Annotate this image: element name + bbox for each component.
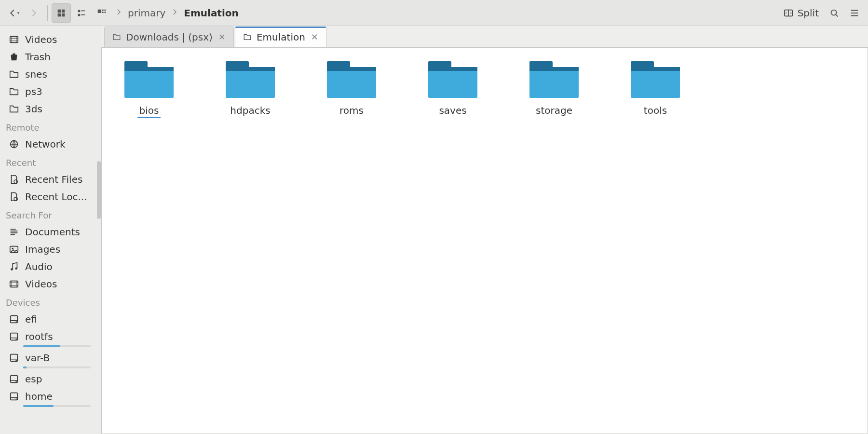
breadcrumb-segment-current[interactable]: Emulation (182, 6, 241, 20)
documents-icon (9, 227, 19, 237)
chevron-left-icon (7, 8, 18, 18)
hdd-icon (9, 374, 19, 384)
folder-icon (224, 56, 277, 100)
folder-name-label: saves (437, 105, 468, 117)
tab-bar: Downloads | (psx) ✕ Emulation ✕ (101, 26, 868, 47)
sidebar-heading-search: Search For (0, 205, 101, 223)
sidebar-scrollbar[interactable] (97, 161, 101, 219)
hamburger-icon (849, 8, 860, 18)
device-usage-bar (23, 405, 91, 407)
grid-view-icon (56, 8, 67, 18)
sidebar-item-label: Images (25, 244, 60, 255)
hdd-icon (9, 391, 19, 402)
folder-name-label: roms (338, 105, 366, 117)
folder-item[interactable]: bios (115, 56, 183, 118)
folder-item[interactable]: saves (419, 56, 487, 118)
sidebar-item-trash[interactable]: Trash (0, 48, 101, 66)
sidebar-item-audio[interactable]: Audio (0, 258, 101, 275)
folder-icon (9, 69, 19, 80)
tab-close-button[interactable]: ✕ (217, 32, 227, 42)
breadcrumb-separator-icon (170, 7, 179, 19)
tab-downloads[interactable]: Downloads | (psx) ✕ (104, 27, 234, 47)
sidebar-item-label: Videos (25, 34, 57, 45)
sidebar-item-label: snes (25, 68, 47, 80)
menu-button[interactable] (845, 3, 864, 23)
tab-label: Downloads | (psx) (126, 31, 213, 43)
search-button[interactable] (825, 3, 844, 23)
device-usage-bar (23, 366, 91, 368)
folder-icon (528, 56, 581, 100)
device-usage-bar (23, 345, 91, 347)
folder-item[interactable]: storage (520, 56, 588, 118)
compact-view-icon (76, 8, 87, 18)
sidebar-item-label: esp (25, 373, 42, 385)
tab-label: Emulation (257, 31, 305, 43)
breadcrumb-separator-icon (114, 7, 123, 19)
search-icon (829, 8, 840, 18)
recent-locations-icon (9, 191, 19, 202)
sidebar-item-snes[interactable]: snes (0, 66, 101, 83)
sidebar-item-label: Recent Files (25, 174, 82, 185)
view-details-button[interactable] (92, 3, 111, 23)
network-icon (9, 139, 19, 149)
tab-emulation[interactable]: Emulation ✕ (235, 27, 326, 47)
sidebar-device-item[interactable]: home (0, 388, 101, 405)
sidebar-device-item[interactable]: efi (0, 311, 101, 328)
chevron-right-icon (28, 8, 39, 18)
folder-view[interactable]: bioshdpacksromssavesstoragetools (101, 47, 868, 434)
sidebar-item-label: ps3 (25, 86, 42, 97)
sidebar-item-videos[interactable]: Videos (0, 31, 101, 48)
folder-item[interactable]: roms (318, 56, 385, 118)
sidebar-item-label: home (25, 391, 53, 402)
breadcrumb-segment[interactable]: primary (126, 6, 167, 20)
back-button[interactable]: ▾ (4, 3, 23, 23)
sidebar-item-network[interactable]: Network (0, 136, 101, 153)
audio-icon (9, 261, 19, 272)
hdd-icon (9, 353, 19, 363)
folder-item[interactable]: tools (622, 56, 689, 118)
sidebar-item-label: Recent Loc... (25, 191, 87, 203)
sidebar-item-label: Documents (25, 226, 80, 238)
sidebar-item-ps3[interactable]: ps3 (0, 83, 101, 100)
folder-icon (9, 104, 19, 114)
sidebar-heading-remote: Remote (0, 118, 101, 136)
folder-icon (629, 56, 682, 100)
breadcrumb: primary Emulation (112, 6, 241, 20)
sidebar-item-documents[interactable]: Documents (0, 223, 101, 241)
video-icon (9, 34, 19, 45)
folder-name-label: tools (642, 105, 669, 117)
sidebar-heading-recent: Recent (0, 153, 101, 171)
sidebar-item-3ds[interactable]: 3ds (0, 100, 101, 118)
folder-icon (243, 33, 252, 41)
tab-close-button[interactable]: ✕ (310, 32, 319, 42)
sidebar-item-label: efi (25, 313, 37, 325)
images-icon (9, 244, 19, 255)
sidebar-item-label: 3ds (25, 103, 42, 115)
sidebar-item-label: Videos (25, 278, 57, 290)
view-icons-button[interactable] (52, 3, 71, 23)
folder-icon (9, 86, 19, 97)
hdd-icon (9, 331, 19, 342)
split-view-button[interactable]: Split (778, 3, 824, 23)
hdd-icon (9, 314, 19, 325)
recent-files-icon (9, 174, 19, 185)
toolbar-separator (47, 5, 48, 21)
sidebar-device-item[interactable]: esp (0, 370, 101, 388)
folder-icon (426, 56, 479, 100)
sidebar-device-item[interactable]: rootfs (0, 328, 101, 345)
folder-icon (325, 56, 378, 100)
folder-item[interactable]: hdpacks (217, 56, 284, 118)
split-view-label: Split (798, 7, 819, 19)
toolbar: ▾ primary Emulation Split (0, 0, 868, 26)
folder-icon (112, 33, 121, 41)
sidebar-device-item[interactable]: var-B (0, 349, 101, 366)
forward-button[interactable] (24, 3, 43, 23)
sidebar-item-label: rootfs (25, 331, 53, 342)
view-compact-button[interactable] (72, 3, 91, 23)
sidebar-item-recent-files[interactable]: Recent Files (0, 171, 101, 188)
sidebar-item-images[interactable]: Images (0, 241, 101, 258)
folder-name-label: bios (137, 105, 161, 118)
sidebar-item-videos-search[interactable]: Videos (0, 275, 101, 293)
sidebar-item-recent-locations[interactable]: Recent Loc... (0, 188, 101, 205)
sidebar-item-label: Network (25, 138, 66, 150)
